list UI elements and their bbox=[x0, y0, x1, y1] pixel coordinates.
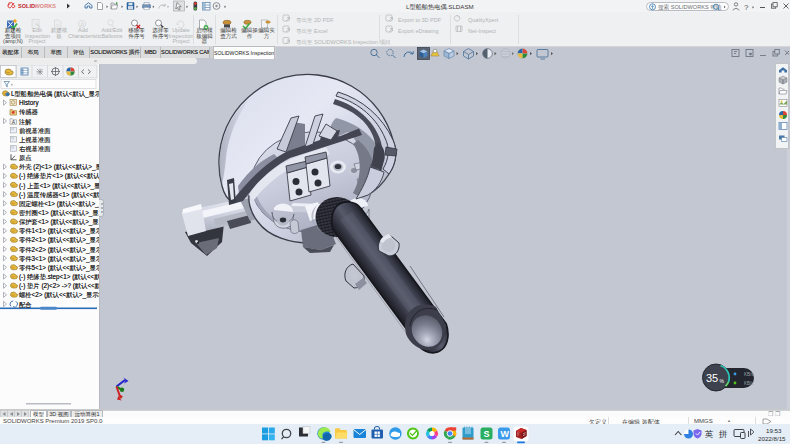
svg-text:搜索 SOLIDWORKS 帮助: 搜索 SOLIDWORKS 帮助 bbox=[658, 4, 722, 11]
svg-text:WORKS: WORKS bbox=[35, 3, 57, 9]
svg-text:W: W bbox=[501, 429, 510, 439]
svg-text:SOLID: SOLID bbox=[18, 3, 35, 9]
svg-text:S: S bbox=[484, 429, 490, 439]
svg-text:英: 英 bbox=[704, 429, 714, 439]
svg-text:2022/8/15: 2022/8/15 bbox=[758, 435, 786, 442]
svg-text:拼: 拼 bbox=[718, 429, 728, 439]
svg-text:?: ? bbox=[744, 3, 749, 12]
svg-text:19:53: 19:53 bbox=[766, 427, 782, 434]
